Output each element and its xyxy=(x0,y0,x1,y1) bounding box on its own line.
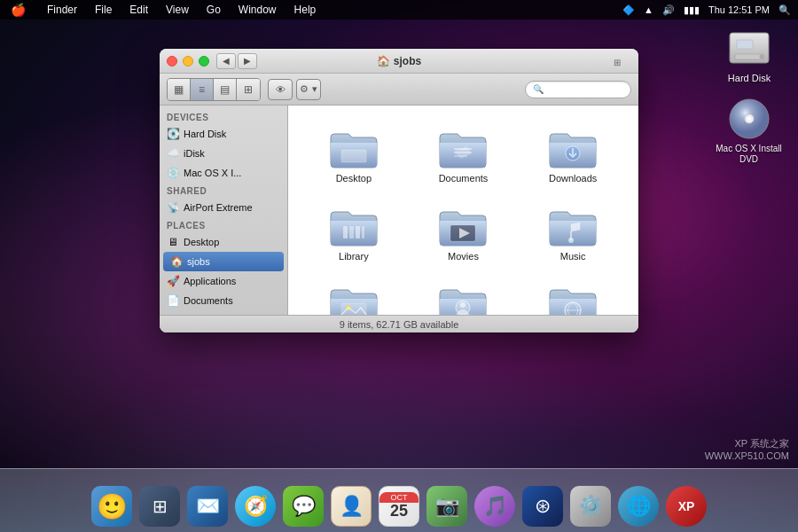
folder-documents-icon xyxy=(438,127,488,169)
dock-ical[interactable]: OCT 25 xyxy=(377,484,421,528)
sidebar-item-macos[interactable]: 💿 Mac OS X I... xyxy=(160,163,287,183)
sidebar-item-sjobs[interactable]: 🏠 sjobs xyxy=(163,252,284,271)
search-bar[interactable]: 🔍 xyxy=(525,81,631,98)
folder-documents[interactable]: Documents xyxy=(412,120,515,191)
svg-rect-9 xyxy=(454,152,472,153)
folder-public-icon xyxy=(438,283,488,315)
sidebar-item-idisk[interactable]: ☁️ iDisk xyxy=(160,144,287,163)
folder-music[interactable]: Music xyxy=(521,198,624,269)
list-view-btn[interactable]: ≡ xyxy=(191,79,214,100)
dock-iphoto[interactable]: 📷 xyxy=(425,484,469,528)
minimize-button[interactable] xyxy=(183,56,193,66)
folder-downloads-label: Downloads xyxy=(549,173,597,184)
folder-pictures-icon xyxy=(329,283,379,315)
forward-button[interactable]: ▶ xyxy=(238,53,257,69)
zoom-button[interactable] xyxy=(199,56,209,66)
idisk-label: iDisk xyxy=(184,148,205,159)
title-bar: ◀ ▶ 🏠 sjobs ⊞ xyxy=(160,49,638,74)
icon-view-btn[interactable]: ▦ xyxy=(168,79,191,100)
dock-ichat[interactable]: 💬 xyxy=(281,484,325,528)
svg-rect-15 xyxy=(362,226,364,239)
dock-finder[interactable]: 🙂 xyxy=(90,484,134,528)
folder-library[interactable]: Library xyxy=(302,198,405,269)
dock-network[interactable]: 🌐 xyxy=(616,484,661,528)
window-title: 🏠 sjobs xyxy=(377,55,421,67)
hard-disk-icon[interactable]: Hard Disk xyxy=(718,27,780,84)
folder-downloads-icon xyxy=(548,127,598,169)
edit-menu[interactable]: Edit xyxy=(126,4,152,16)
folder-library-label: Library xyxy=(339,251,369,262)
gear-btn[interactable]: ⚙ ▾ xyxy=(296,79,321,100)
documents-label: Documents xyxy=(184,295,233,306)
folder-desktop-label: Desktop xyxy=(336,173,372,184)
sidebar-item-documents[interactable]: 📄 Documents xyxy=(160,291,287,310)
airport-icon: 📡 xyxy=(167,201,179,214)
dock-items: 🙂 ⊞ ✉️ 🧭 💬 � xyxy=(82,484,716,528)
folder-grid: Desktop Documents xyxy=(288,106,638,315)
folder-public[interactable]: Public xyxy=(412,276,515,315)
apple-menu[interactable]: 🍎 xyxy=(7,3,29,17)
nav-arrows: ◀ ▶ xyxy=(216,53,257,69)
finder-window: ◀ ▶ 🏠 sjobs ⊞ ▦ ≡ ▤ ⊞ 👁 ⚙ ▾ 🔍 DEVICES � xyxy=(160,49,638,332)
desktop-label: Desktop xyxy=(184,237,219,247)
sidebar-item-harddisk[interactable]: 💽 Hard Disk xyxy=(160,124,287,144)
folder-music-label: Music xyxy=(560,251,586,262)
hard-disk-label: Hard Disk xyxy=(728,73,771,84)
folder-downloads[interactable]: Downloads xyxy=(521,120,624,191)
dock-mail[interactable]: ✉️ xyxy=(185,484,230,528)
folder-movies-label: Movies xyxy=(448,251,479,262)
eye-btn[interactable]: 👁 xyxy=(268,79,293,100)
shared-header: SHARED xyxy=(160,183,287,198)
svg-point-23 xyxy=(460,302,466,308)
sidebar-item-applications[interactable]: 🚀 Applications xyxy=(160,271,287,291)
go-menu[interactable]: Go xyxy=(203,4,224,16)
bluetooth-icon: 🔷 xyxy=(622,4,635,16)
traffic-lights xyxy=(167,56,209,66)
idisk-icon: ☁️ xyxy=(167,147,179,160)
folder-desktop[interactable]: Desktop xyxy=(302,120,405,191)
folder-movies-icon xyxy=(438,205,488,247)
hard-disk-image xyxy=(728,27,771,69)
sidebar-item-airport[interactable]: 📡 AirPort Extreme xyxy=(160,198,287,217)
dock-expose[interactable]: ⊞ xyxy=(137,484,182,528)
battery-icon: ▮▮▮ xyxy=(684,4,700,16)
help-menu[interactable]: Help xyxy=(291,4,320,16)
cover-flow-btn[interactable]: ⊞ xyxy=(237,79,260,100)
dock-xp[interactable]: XP xyxy=(664,484,708,528)
file-menu[interactable]: File xyxy=(91,4,115,16)
column-view-btn[interactable]: ▤ xyxy=(214,79,237,100)
close-button[interactable] xyxy=(167,56,177,66)
back-button[interactable]: ◀ xyxy=(216,53,236,69)
dock-addressbook[interactable]: 👤 xyxy=(329,484,373,528)
folder-sites[interactable]: Sites xyxy=(521,276,624,315)
svg-rect-1 xyxy=(735,54,763,59)
dock-safari[interactable]: 🧭 xyxy=(233,484,278,528)
dock-dashboard[interactable]: ⊛ xyxy=(520,484,565,528)
apps-icon: 🚀 xyxy=(167,275,179,287)
watermark: XP 系统之家 WWW.XP510.COM xyxy=(705,437,789,461)
finder-menu[interactable]: Finder xyxy=(43,4,81,16)
svg-point-2 xyxy=(760,55,764,59)
search-icon: 🔍 xyxy=(533,84,544,94)
spotlight-icon[interactable]: 🔍 xyxy=(778,4,791,16)
dvd-icon[interactable]: Mac OS X Install DVD xyxy=(716,98,782,165)
menubar-right: 🔷 ▲ 🔊 ▮▮▮ Thu 12:51 PM 🔍 xyxy=(622,4,791,16)
desktop-icon-small: 🖥 xyxy=(167,236,179,248)
folder-movies[interactable]: Movies xyxy=(412,198,515,269)
dock-itunes[interactable]: 🎵 xyxy=(473,484,517,528)
svg-rect-13 xyxy=(349,226,354,239)
home-icon-small: 🏠 xyxy=(170,255,183,268)
dock-syspref[interactable]: ⚙️ xyxy=(568,484,613,528)
devices-header: DEVICES xyxy=(160,109,287,124)
sidebar-item-desktop[interactable]: 🖥 Desktop xyxy=(160,232,287,252)
resize-btn[interactable]: ⊞ xyxy=(614,53,631,69)
window-menu[interactable]: Window xyxy=(235,4,280,16)
apps-label: Applications xyxy=(184,276,236,286)
view-menu[interactable]: View xyxy=(162,4,192,16)
watermark-line1: XP 系统之家 xyxy=(705,437,789,450)
folder-pictures[interactable]: Pictures xyxy=(302,276,405,315)
folder-music-icon xyxy=(548,205,598,247)
clock: Thu 12:51 PM xyxy=(708,4,770,15)
documents-icon: 📄 xyxy=(167,294,179,307)
svg-rect-14 xyxy=(356,226,360,239)
